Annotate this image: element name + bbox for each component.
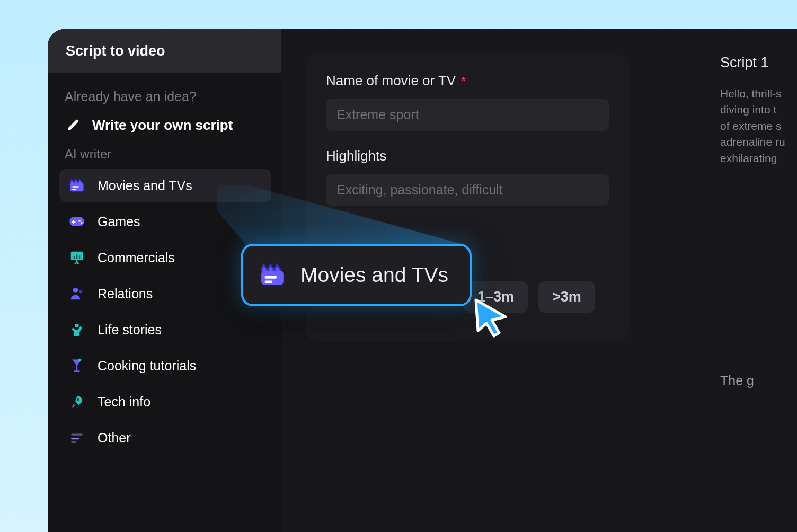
svg-rect-24 — [264, 276, 277, 279]
name-input[interactable] — [326, 99, 609, 131]
callout-movies-tvs[interactable]: Movies and TVs — [241, 244, 472, 306]
svg-rect-21 — [71, 441, 76, 443]
write-own-script-button[interactable]: Write your own script — [59, 113, 271, 147]
svg-point-6 — [78, 220, 81, 222]
callout-label: Movies and TVs — [300, 263, 448, 287]
svg-rect-9 — [74, 256, 75, 259]
duration-chip-gt3m[interactable]: >3m — [538, 281, 595, 313]
category-cooking[interactable]: Cooking tutorials — [59, 349, 271, 382]
cocktail-icon — [68, 357, 86, 375]
script-preview-more: The g — [720, 373, 797, 388]
rocket-icon — [68, 393, 86, 411]
sidebar-header: Script to video — [48, 29, 281, 73]
category-label: Movies and TVs — [98, 178, 192, 193]
svg-rect-5 — [72, 221, 76, 223]
category-life-stories[interactable]: Life stories — [59, 313, 271, 346]
svg-point-14 — [75, 324, 79, 328]
pencil-icon — [65, 116, 83, 134]
person-icon — [68, 285, 86, 303]
svg-point-12 — [73, 288, 78, 293]
category-label: Life stories — [98, 322, 162, 338]
category-movies-tvs[interactable]: Movies and TVs — [59, 169, 271, 202]
svg-rect-19 — [71, 433, 83, 435]
svg-point-13 — [79, 290, 82, 293]
highlights-field-label: Highlights — [326, 148, 609, 164]
svg-rect-10 — [76, 254, 78, 259]
highlights-input[interactable] — [326, 174, 609, 206]
svg-rect-20 — [71, 438, 79, 439]
category-commercials[interactable]: Commercials — [59, 241, 271, 274]
category-relations[interactable]: Relations — [59, 277, 271, 310]
svg-rect-2 — [72, 189, 76, 190]
cursor-icon — [472, 297, 510, 338]
script-preview-body: Hello, thrill-s diving into t of extreme… — [720, 86, 797, 166]
name-field-label: Name of movie or TV * — [326, 73, 609, 89]
svg-point-7 — [81, 222, 83, 224]
svg-rect-16 — [74, 370, 80, 372]
write-own-label: Write your own script — [92, 117, 233, 134]
category-games[interactable]: Games — [59, 205, 271, 238]
category-label: Relations — [98, 286, 153, 302]
clapper-icon — [258, 261, 287, 289]
svg-rect-1 — [72, 186, 79, 188]
category-label: Tech info — [98, 394, 150, 410]
svg-rect-11 — [79, 255, 81, 259]
ai-writer-section-label: AI writer — [65, 147, 266, 162]
category-label: Commercials — [98, 250, 175, 265]
wave-person-icon — [68, 321, 86, 339]
script-preview-title: Script 1 — [720, 55, 797, 71]
script-preview-panel: Script 1 Hello, thrill-s diving into t o… — [702, 29, 797, 532]
category-label: Other — [98, 430, 131, 446]
sidebar-title: Script to video — [66, 43, 263, 59]
category-tech[interactable]: Tech info — [59, 385, 271, 418]
svg-rect-25 — [264, 280, 272, 283]
category-label: Games — [98, 214, 140, 229]
presentation-icon — [68, 249, 86, 267]
category-other[interactable]: Other — [59, 421, 271, 454]
lines-icon — [68, 429, 86, 447]
gamepad-icon — [68, 212, 86, 230]
clapper-icon — [68, 176, 86, 194]
svg-point-17 — [78, 359, 81, 362]
svg-point-18 — [77, 398, 79, 401]
required-star-icon: * — [461, 74, 466, 88]
name-label-text: Name of movie or TV — [326, 73, 456, 89]
svg-rect-15 — [76, 365, 77, 370]
category-list: Movies and TVs Games Commercials — [59, 169, 271, 454]
category-label: Cooking tutorials — [98, 358, 196, 374]
idea-prompt-label: Already have an idea? — [65, 89, 266, 104]
